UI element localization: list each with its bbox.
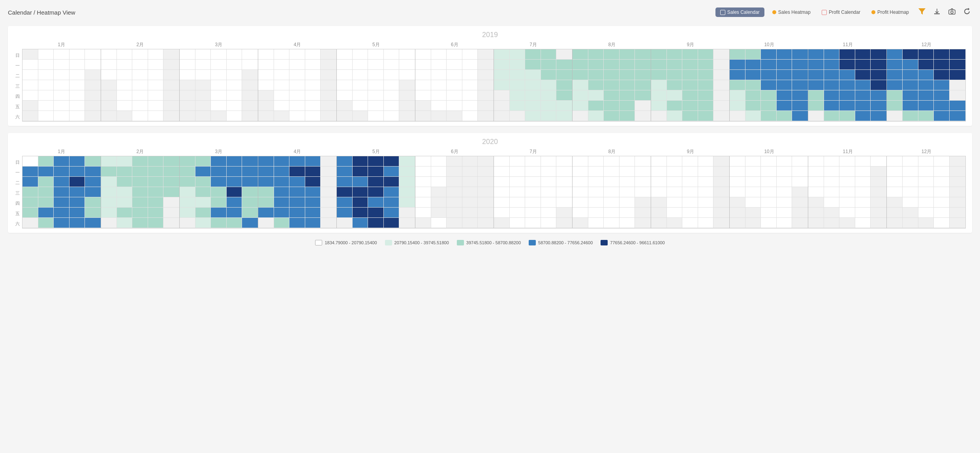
month-header-3: 3月 [179,41,258,48]
cal-cell [635,90,651,101]
cal-cell [163,60,179,70]
cal-cell [887,218,903,228]
cal-cell [289,60,305,70]
cal-cell [745,101,761,111]
cal-cell [180,208,195,218]
cal-cell [384,111,400,121]
cal-cell [211,167,227,177]
toolbar: Sales Calendar Sales Heatmap Profit Cale… [715,6,972,18]
cal-cell [824,187,840,197]
cal-cell [839,70,855,80]
cal-cell [525,90,541,101]
cal-cell [620,177,635,187]
cal-cell [258,167,274,177]
cal-cell [525,177,541,187]
cal-cell [556,49,572,60]
download-button[interactable] [932,6,942,18]
cal-cell [337,156,353,167]
cal-cell [384,187,400,197]
cal-cell [321,156,336,167]
cal-cell [950,70,965,80]
cal-cell [651,208,667,218]
cal-cell [510,197,526,208]
color-legend: 1834.79000 - 20790.15400 20790.15400 - 3… [8,240,972,245]
cal-cell [242,187,258,197]
camera-button[interactable] [947,7,957,18]
cal-cell [713,80,729,90]
day-mon-2020: 一 [14,167,20,178]
cal-cell [289,156,305,167]
profit-calendar-button[interactable]: Profit Calendar [819,7,864,17]
calendar-2020: 2020 日 一 二 三 四 五 六 1月 2月 3月 4月 5月 6月 7月 … [8,133,972,233]
cal-cell [651,101,667,111]
cal-cell [353,218,368,228]
cal-cell [148,167,164,177]
cal-cell [839,167,855,177]
cal-cell [447,60,462,70]
cal-cell [730,177,745,187]
cal-cell [321,49,336,60]
refresh-button[interactable] [962,6,972,18]
cal-cell [353,60,368,70]
cal-cell [761,218,777,228]
cal-cell [195,197,211,208]
cal-cell [792,111,808,121]
cal-cell [713,167,729,177]
cal-cell [353,80,368,90]
cal-cell [541,111,557,121]
legend-box-1 [385,240,392,245]
cal-cell [69,111,85,121]
cal-cell [132,60,148,70]
cal-cell [824,167,840,177]
month-header-4: 4月 [258,41,337,48]
month-col-10 [730,156,808,228]
cal-cell [667,70,683,80]
sales-calendar-button[interactable]: Sales Calendar [715,7,764,17]
month-header-2: 2月 [101,41,179,48]
cal-cell [23,167,38,177]
cal-cell [918,60,934,70]
cal-cell [447,208,462,218]
cal-cell [620,218,635,228]
cal-cell [792,60,808,70]
cal-cell [101,197,117,208]
cal-cell [337,60,353,70]
cal-cell [274,156,290,167]
cal-cell [871,156,886,167]
cal-cell [54,60,69,70]
profit-heatmap-button[interactable]: Profit Heatmap [868,7,912,17]
cal-cell [510,111,526,121]
cal-cell [682,156,698,167]
cal-cell [839,208,855,218]
cal-cell [494,70,510,80]
month-col-7 [494,49,573,121]
cal-cell [573,90,588,101]
cal-cell [54,187,69,197]
cal-cell [337,70,353,80]
cal-cell [462,177,478,187]
cal-cell [494,167,510,177]
cal-cell [855,111,871,121]
cal-cell [227,197,242,208]
cal-cell [148,156,164,167]
cal-cell [180,167,195,177]
cal-cell [431,208,447,218]
cal-cell [415,49,431,60]
cal-cell [399,49,415,60]
cal-cell [525,187,541,197]
cal-cell [54,208,69,218]
cal-cell [117,197,133,208]
cal-cell [510,208,526,218]
sales-heatmap-button[interactable]: Sales Heatmap [769,7,814,17]
cal-cell [588,70,604,80]
cal-cell [117,177,133,187]
filter-button[interactable] [917,7,927,18]
cal-cell [792,156,808,167]
cal-cell [132,187,148,197]
cal-cell [713,208,729,218]
cal-cell [101,80,117,90]
cal-cell [541,167,557,177]
month-header-12: 12月 [887,41,966,48]
cal-cell [447,156,462,167]
cal-cell [180,60,195,70]
